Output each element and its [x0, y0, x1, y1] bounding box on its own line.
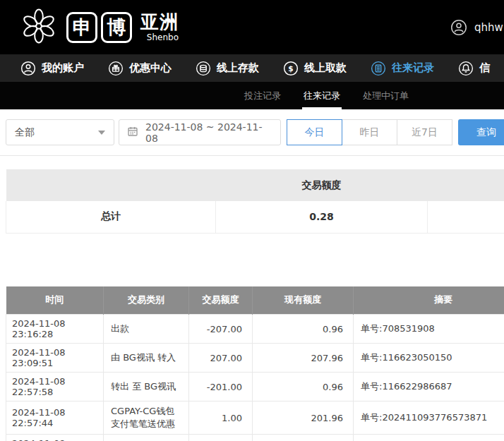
tx-table-cell: 207.96	[253, 344, 354, 373]
yesterday-button[interactable]: 昨日	[342, 119, 397, 145]
date-range-value: 2024-11-08 ~ 2024-11-08	[145, 121, 273, 144]
tx-table-cell: 207.00	[189, 344, 253, 373]
summary-header-row: 交易额度	[6, 169, 504, 201]
tx-table-cell: 200.00	[189, 435, 253, 441]
user-icon	[20, 61, 36, 76]
tx-table-body: 2024-11-08 23:16:28出款-207.000.96单号:70853…	[6, 315, 504, 441]
summary-empty-cell	[428, 201, 504, 233]
type-select[interactable]: 全部	[6, 119, 114, 145]
tx-table-cell: 1.00	[189, 401, 253, 435]
tab-betting-records[interactable]: 投注记录	[233, 82, 292, 109]
gift-icon	[108, 61, 124, 76]
withdraw-icon: $	[283, 61, 299, 76]
brand-characters: 申 博	[66, 12, 132, 43]
tx-table-cell: 2024-11-08 22:57:44	[6, 435, 104, 441]
nav-item-withdraw[interactable]: $ 线上取款	[271, 54, 359, 82]
tx-table-row: 2024-11-08 22:57:58转出 至 BG视讯-201.000.96单…	[6, 373, 504, 401]
summary-total-label: 总计	[6, 201, 216, 233]
tx-table-row: 2024-11-08 23:09:51由 BG视讯 转入207.00207.96…	[6, 344, 504, 373]
summary-total-value: 0.28	[216, 201, 428, 233]
tx-table-cell: 201.96	[253, 401, 354, 435]
nav-item-deposit[interactable]: 线上存款	[184, 54, 271, 82]
tx-header-row: 时间交易类别交易额度现有额度摘要	[6, 286, 504, 315]
sub-nav: 投注记录 往来记录 处理中订单	[0, 82, 504, 109]
viewport: 申 博 亚洲 Shenbo qhhw	[0, 0, 504, 441]
tx-column-header: 摘要	[354, 286, 504, 315]
tab-label: 处理中订单	[363, 90, 409, 101]
search-button-label: 查询	[476, 126, 496, 139]
tx-column-header: 时间	[6, 286, 104, 315]
username: qhhw	[474, 21, 503, 34]
today-button[interactable]: 今日	[287, 119, 342, 145]
summary-total-row: 总计 0.28	[6, 201, 504, 233]
type-select-value: 全部	[15, 126, 35, 139]
summary-table: 交易额度 总计 0.28	[6, 169, 504, 234]
search-button[interactable]: 查询	[458, 119, 504, 145]
brand-logo[interactable]: 申 博 亚洲 Shenbo	[20, 7, 179, 48]
page: 申 博 亚洲 Shenbo qhhw	[0, 0, 504, 441]
quick-date-button-group: 今日 昨日 近7日	[287, 119, 452, 145]
summary-header-amount: 交易额度	[216, 169, 428, 201]
account-menu[interactable]: qhhw	[450, 0, 503, 54]
tx-table-row: 2024-11-08 23:16:28出款-207.000.96单号:70853…	[6, 315, 504, 344]
tx-table-cell: 200.96	[253, 435, 354, 441]
tx-table-cell: 由 BG视讯 转入	[104, 344, 189, 373]
tx-table-row: 2024-11-08 22:57:44CGPAY-CG钱包支付笔笔送优惠1.00…	[6, 401, 504, 435]
nav-item-label: 我的账户	[42, 61, 84, 75]
tx-table-cell: CGPAY-CG钱包支付笔笔送优惠	[104, 401, 189, 435]
tx-table-cell: 出款	[104, 315, 189, 344]
today-button-label: 今日	[305, 126, 325, 139]
nav-item-label: 线上存款	[217, 61, 259, 75]
tx-table-cell: 2024-11-08 23:09:51	[6, 344, 104, 373]
tab-processing-orders[interactable]: 处理中订单	[352, 82, 420, 109]
main-nav: 我的账户 优惠中心 线上存款	[0, 54, 504, 82]
last7days-button-label: 近7日	[412, 126, 438, 139]
yesterday-button-label: 昨日	[360, 126, 380, 139]
tx-table-cell: 单号:202411093776573871	[354, 435, 504, 441]
tx-table-cell: 0.96	[253, 373, 354, 401]
last7days-button[interactable]: 近7日	[397, 119, 452, 145]
brand-char-2: 博	[101, 12, 132, 43]
tx-column-header: 交易额度	[189, 286, 253, 315]
tx-table-cell: -207.00	[189, 315, 253, 344]
tx-table-cell: 2024-11-08 23:16:28	[6, 315, 104, 344]
filter-bar: 全部 2024-11-08 ~ 2024-11-08 今日 昨日	[0, 109, 504, 156]
transactions-table: 时间交易类别交易额度现有额度摘要 2024-11-08 23:16:28出款-2…	[6, 286, 504, 441]
tx-table-cell: 2024-11-08 22:57:58	[6, 373, 104, 401]
nav-item-label: 线上取款	[304, 61, 347, 75]
nav-item-label: 信	[479, 61, 490, 75]
tx-column-header: 交易类别	[104, 286, 189, 315]
tx-table-cell: CGPAY支付	[104, 435, 189, 441]
tx-table-cell: 单号:116623050150	[354, 344, 504, 373]
records-icon	[371, 61, 386, 76]
nav-item-transaction-records[interactable]: 往来记录	[359, 54, 446, 82]
nav-item-messages[interactable]: 信	[446, 54, 502, 82]
deposit-icon	[196, 61, 211, 76]
brand-region: 亚洲	[140, 12, 179, 32]
chevron-down-icon	[98, 131, 105, 135]
top-header: 申 博 亚洲 Shenbo qhhw	[0, 0, 504, 54]
summary-header-empty-right	[428, 169, 504, 201]
tx-column-header: 现有额度	[253, 286, 354, 315]
date-range-picker[interactable]: 2024-11-08 ~ 2024-11-08	[119, 119, 281, 145]
brand-english-name: Shenbo	[147, 33, 179, 42]
tx-table-row: 2024-11-08 22:57:44CGPAY支付200.00200.96单号…	[6, 435, 504, 441]
tx-table-cell: -201.00	[189, 373, 253, 401]
tab-label: 往来记录	[304, 90, 340, 101]
tab-label: 投注记录	[244, 90, 281, 101]
tab-transaction-records[interactable]: 往来记录	[292, 82, 352, 109]
nav-item-label: 往来记录	[392, 61, 434, 75]
summary-header-empty-left	[6, 169, 216, 201]
nav-item-promotions[interactable]: 优惠中心	[96, 54, 184, 82]
tx-table-cell: 单号:202411093776573871	[354, 401, 504, 435]
svg-text:$: $	[288, 64, 293, 72]
tx-table-cell: 单号:116622986687	[354, 373, 504, 401]
flower-logo-icon	[20, 7, 58, 48]
nav-item-label: 优惠中心	[129, 61, 172, 75]
bell-icon	[458, 61, 474, 76]
tx-table-cell: 0.96	[253, 315, 354, 344]
tx-table-cell: 转出 至 BG视讯	[104, 373, 189, 401]
user-icon	[450, 19, 467, 36]
tx-table-cell: 单号:708531908	[354, 315, 504, 344]
nav-item-my-account[interactable]: 我的账户	[8, 54, 96, 82]
